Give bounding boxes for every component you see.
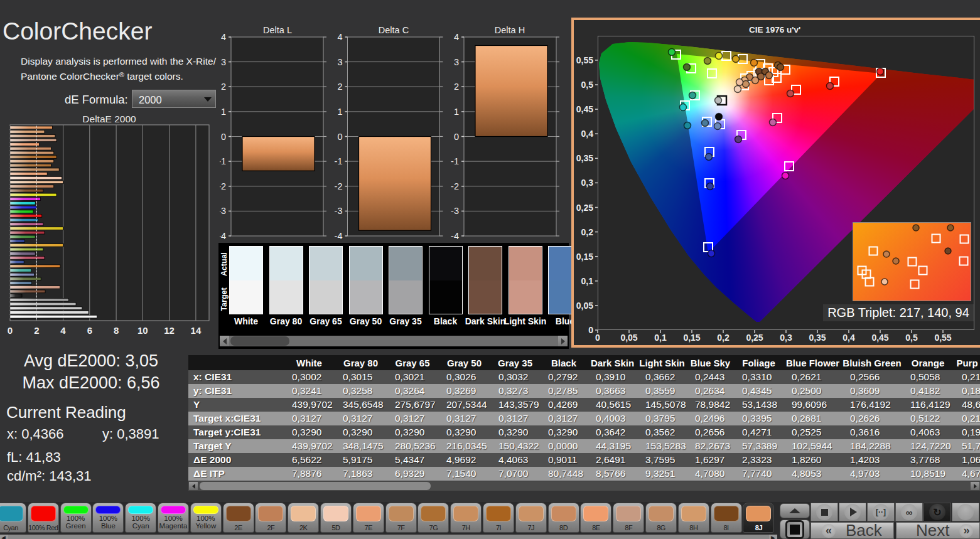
svg-text:Delta L: Delta L bbox=[263, 25, 292, 35]
svg-text:4: 4 bbox=[60, 325, 66, 336]
svg-text:0,35: 0,35 bbox=[576, 153, 593, 163]
svg-text:3: 3 bbox=[221, 57, 226, 67]
svg-text:0: 0 bbox=[595, 333, 600, 343]
svg-text:-3: -3 bbox=[220, 206, 226, 216]
svg-text:0,35: 0,35 bbox=[809, 333, 826, 343]
svg-text:-2: -2 bbox=[451, 181, 459, 191]
svg-text:1: 1 bbox=[337, 107, 342, 117]
svg-text:0,05: 0,05 bbox=[620, 333, 637, 343]
svg-text:-2: -2 bbox=[220, 181, 226, 191]
svg-text:0,45: 0,45 bbox=[871, 333, 888, 343]
svg-text:0,2: 0,2 bbox=[717, 333, 730, 343]
svg-text:-4: -4 bbox=[451, 231, 459, 241]
svg-text:0,55: 0,55 bbox=[934, 333, 951, 343]
svg-text:4: 4 bbox=[221, 32, 226, 42]
svg-text:0,15: 0,15 bbox=[683, 333, 700, 343]
svg-text:-4: -4 bbox=[220, 231, 226, 241]
svg-text:4: 4 bbox=[454, 32, 459, 42]
svg-text:0,25: 0,25 bbox=[746, 333, 763, 343]
svg-text:0,2: 0,2 bbox=[581, 227, 594, 237]
svg-text:-3: -3 bbox=[451, 206, 459, 216]
svg-text:-3: -3 bbox=[335, 206, 343, 216]
svg-text:-1: -1 bbox=[335, 156, 343, 166]
svg-text:-2: -2 bbox=[335, 181, 343, 191]
svg-text:0,3: 0,3 bbox=[581, 178, 594, 188]
svg-text:0,4: 0,4 bbox=[843, 333, 855, 343]
svg-text:0,05: 0,05 bbox=[576, 301, 593, 311]
svg-text:-1: -1 bbox=[451, 156, 459, 166]
svg-text:0,1: 0,1 bbox=[654, 333, 667, 343]
svg-text:0,45: 0,45 bbox=[576, 104, 593, 114]
svg-text:8: 8 bbox=[114, 325, 119, 336]
svg-text:2: 2 bbox=[221, 82, 226, 92]
svg-text:-4: -4 bbox=[335, 231, 343, 241]
svg-text:6: 6 bbox=[87, 325, 92, 336]
svg-text:0,15: 0,15 bbox=[576, 252, 593, 262]
svg-text:0: 0 bbox=[8, 325, 13, 336]
svg-text:14: 14 bbox=[191, 325, 202, 336]
svg-text:1: 1 bbox=[454, 107, 459, 117]
svg-text:0: 0 bbox=[454, 132, 459, 142]
svg-text:-1: -1 bbox=[220, 156, 226, 166]
svg-text:2: 2 bbox=[34, 325, 39, 336]
svg-text:1: 1 bbox=[221, 107, 226, 117]
svg-text:3: 3 bbox=[337, 57, 342, 67]
svg-text:0,5: 0,5 bbox=[905, 333, 918, 343]
svg-text:0: 0 bbox=[337, 132, 342, 142]
svg-text:0,4: 0,4 bbox=[581, 129, 594, 139]
svg-text:4: 4 bbox=[337, 32, 342, 42]
svg-text:Delta C: Delta C bbox=[379, 25, 409, 35]
svg-text:0: 0 bbox=[588, 325, 593, 335]
svg-text:2: 2 bbox=[454, 82, 459, 92]
svg-text:10: 10 bbox=[137, 325, 148, 336]
svg-text:3: 3 bbox=[454, 57, 459, 67]
svg-text:0,3: 0,3 bbox=[780, 333, 792, 343]
svg-text:0,5: 0,5 bbox=[581, 80, 594, 90]
svg-text:2: 2 bbox=[337, 82, 342, 92]
svg-text:0,55: 0,55 bbox=[576, 55, 593, 65]
svg-text:Delta H: Delta H bbox=[495, 25, 525, 35]
svg-text:0: 0 bbox=[221, 132, 226, 142]
svg-text:12: 12 bbox=[164, 325, 175, 336]
svg-text:0,25: 0,25 bbox=[576, 203, 593, 213]
svg-text:0,1: 0,1 bbox=[581, 276, 594, 286]
